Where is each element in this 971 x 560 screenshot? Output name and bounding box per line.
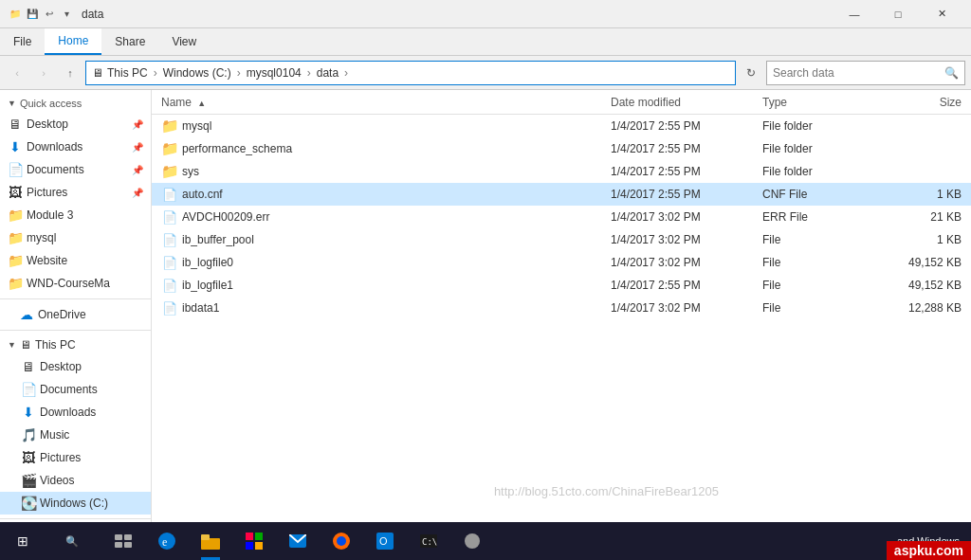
sidebar-item-module3[interactable]: 📁 Module 3 — [0, 204, 151, 226]
file-item-iblog1[interactable]: 📄 ib_logfile1 1/4/2017 2:55 PM File 49,1… — [152, 274, 971, 297]
sidebar-item-desktop-quick[interactable]: 🖥 Desktop 📌 — [0, 113, 151, 135]
tab-home[interactable]: Home — [45, 28, 101, 55]
sidebar-item-downloads-pc[interactable]: ⬇ Downloads — [0, 401, 151, 424]
col-size-header[interactable]: Size — [876, 96, 962, 109]
file-icon: 📄 — [161, 254, 178, 271]
folder-icon: 📁 — [8, 230, 23, 245]
tab-view[interactable]: View — [158, 28, 210, 55]
col-type-header[interactable]: Type — [762, 96, 876, 109]
firefox-button[interactable] — [321, 522, 362, 560]
documents-icon: 📄 — [21, 382, 36, 397]
close-button[interactable]: ✕ — [920, 0, 963, 28]
sidebar-item-website[interactable]: 📁 Website — [0, 249, 151, 272]
sidebar-item-music[interactable]: 🎵 Music — [0, 424, 151, 446]
file-name: AVDCH00209.err — [182, 210, 611, 224]
back-button[interactable]: ‹ — [6, 62, 28, 84]
this-pc-header[interactable]: ▼ 🖥 This PC — [0, 334, 151, 355]
col-name-header[interactable]: Name ▲ — [161, 96, 611, 109]
folder-icon: 📁 — [161, 163, 178, 180]
svg-rect-0 — [115, 534, 122, 540]
sidebar-item-pictures-pc[interactable]: 🖼 Pictures — [0, 446, 151, 469]
search-icon: 🔍 — [944, 66, 959, 80]
file-icon: 📄 — [161, 231, 178, 248]
file-icon: 📄 — [161, 208, 178, 226]
sidebar-label: Documents — [27, 163, 128, 176]
search-button[interactable]: 🔍 — [44, 522, 101, 560]
task-view-button[interactable] — [102, 522, 144, 560]
file-item-avdch[interactable]: 📄 AVDCH00209.err 1/4/2017 3:02 PM ERR Fi… — [152, 206, 971, 228]
forward-button[interactable]: › — [32, 62, 55, 84]
titlebar: 📁 💾 ↩ ▾ data — □ ✕ — [0, 0, 971, 28]
file-size: 49,152 KB — [876, 256, 962, 269]
maximize-button[interactable]: □ — [876, 0, 920, 28]
sidebar-item-documents-pc[interactable]: 📄 Documents — [0, 378, 151, 401]
up-button[interactable]: ↑ — [59, 62, 82, 84]
sidebar-item-mysql[interactable]: 📁 mysql — [0, 226, 151, 249]
videos-icon: 🎬 — [21, 473, 36, 488]
refresh-button[interactable]: ↻ — [740, 62, 762, 84]
mail-button[interactable] — [277, 522, 319, 560]
address-box[interactable]: 🖥 This PC › Windows (C:) › mysql0104 › d… — [85, 61, 736, 85]
col-date-header[interactable]: Date modified — [611, 96, 762, 109]
file-date: 1/4/2017 3:02 PM — [611, 210, 762, 224]
svg-text:O: O — [379, 535, 388, 547]
file-item-ibbuffer[interactable]: 📄 ib_buffer_pool 1/4/2017 3:02 PM File 1… — [152, 228, 971, 251]
file-date: 1/4/2017 2:55 PM — [611, 279, 762, 292]
taskbar: ⊞ 🔍 e O C:\> and Windows — [0, 522, 971, 560]
quick-access-header[interactable]: ▼ Quick access — [0, 94, 151, 113]
file-name: ibdata1 — [182, 301, 611, 315]
file-name: performance_schema — [182, 142, 611, 155]
search-input[interactable] — [773, 66, 941, 80]
sidebar-label: Website — [27, 254, 143, 267]
file-size: 1 KB — [876, 188, 962, 201]
terminal-button[interactable]: C:\> — [408, 522, 449, 560]
tab-share[interactable]: Share — [101, 28, 158, 55]
svg-rect-10 — [246, 542, 253, 550]
content-pane: Name ▲ Date modified Type Size 📁 mysql 1… — [152, 90, 971, 536]
file-item-mysql[interactable]: 📁 mysql 1/4/2017 2:55 PM File folder — [152, 115, 971, 137]
file-type: File — [762, 256, 876, 269]
quick-access-arrow: ▼ — [8, 99, 16, 108]
file-item-sys[interactable]: 📁 sys 1/4/2017 2:55 PM File folder — [152, 160, 971, 183]
file-item-perfschema[interactable]: 📁 performance_schema 1/4/2017 2:55 PM Fi… — [152, 137, 971, 160]
onedrive-icon: ☁ — [19, 307, 34, 322]
file-type: File folder — [762, 142, 876, 155]
sidebar-item-wnd[interactable]: 📁 WND-CourseMa — [0, 272, 151, 295]
file-type: ERR File — [762, 210, 876, 224]
file-size: 12,288 KB — [876, 301, 962, 315]
store-button[interactable] — [233, 522, 275, 560]
svg-point-19 — [465, 533, 480, 549]
file-item-autocnf[interactable]: 📄 auto.cnf 1/4/2017 2:55 PM CNF File 1 K… — [152, 183, 971, 206]
folder-icon: 📁 — [8, 253, 23, 268]
divider-3 — [0, 518, 151, 519]
sidebar-item-documents-quick[interactable]: 📄 Documents 📌 — [0, 158, 151, 181]
folder-icon: 📁 — [161, 140, 178, 157]
sidebar-item-pictures-quick[interactable]: 🖼 Pictures 📌 — [0, 181, 151, 204]
file-item-iblog0[interactable]: 📄 ib_logfile0 1/4/2017 3:02 PM File 49,1… — [152, 251, 971, 274]
music-icon: 🎵 — [21, 427, 36, 443]
this-pc-label: This PC — [35, 338, 76, 352]
outlook-button[interactable]: O — [364, 522, 406, 560]
sidebar-item-windows-c[interactable]: 💽 Windows (C:) — [0, 492, 151, 515]
explorer-button[interactable] — [190, 522, 231, 560]
extra-button[interactable] — [451, 522, 493, 560]
sidebar-item-videos[interactable]: 🎬 Videos — [0, 469, 151, 492]
minimize-button[interactable]: — — [833, 0, 876, 28]
aspku-badge: aspku.com — [887, 541, 971, 560]
sidebar-label: Desktop — [40, 360, 143, 373]
dropdown-arrow-icon[interactable]: ▾ — [59, 7, 74, 22]
undo-icon: ↩ — [42, 7, 57, 22]
start-button[interactable]: ⊞ — [4, 522, 42, 560]
sidebar-item-onedrive[interactable]: ☁ OneDrive — [0, 303, 151, 326]
sidebar-item-desktop-pc[interactable]: 🖥 Desktop — [0, 355, 151, 378]
file-date: 1/4/2017 2:55 PM — [611, 119, 762, 133]
sidebar-label: mysql — [27, 231, 143, 244]
svg-rect-8 — [246, 533, 253, 540]
edge-button[interactable]: e — [146, 522, 188, 560]
sidebar-item-downloads-quick[interactable]: ⬇ Downloads 📌 — [0, 135, 151, 158]
tab-file[interactable]: File — [0, 28, 45, 55]
search-box[interactable]: 🔍 — [766, 61, 965, 85]
column-headers: Name ▲ Date modified Type Size — [152, 90, 971, 115]
sidebar-label: OneDrive — [38, 308, 143, 321]
file-item-ibdata[interactable]: 📄 ibdata1 1/4/2017 3:02 PM File 12,288 K… — [152, 297, 971, 319]
